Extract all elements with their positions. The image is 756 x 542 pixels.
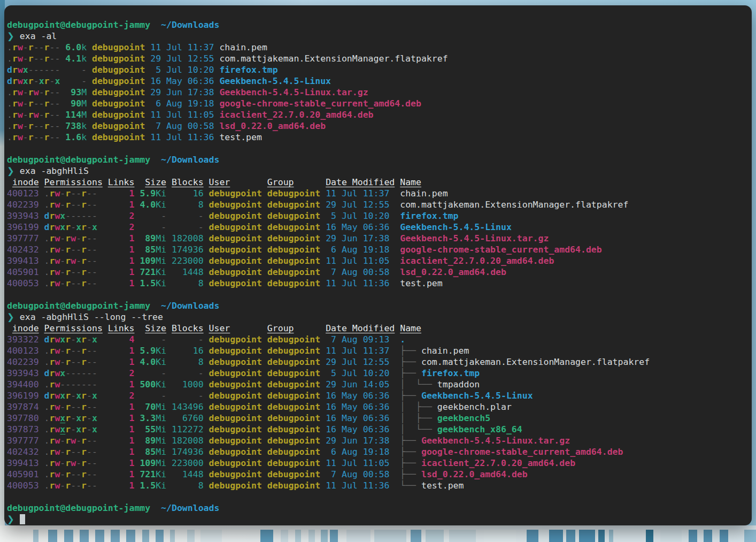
text-segment: r xyxy=(65,458,71,468)
text-segment xyxy=(389,267,400,277)
text-segment xyxy=(134,334,161,345)
text-segment xyxy=(39,200,44,210)
text-segment: │ └── xyxy=(400,379,437,390)
prompt-line: debugpoint@debugpoint-jammy ~/Downloads xyxy=(7,300,747,311)
text-segment: -- xyxy=(50,54,60,64)
text-segment: icaclient_22.7.0.20_amd64.deb xyxy=(400,256,554,266)
text-segment: d xyxy=(7,76,12,86)
text-segment: . xyxy=(7,87,12,97)
text-segment: 6.0 xyxy=(65,42,81,52)
text-segment xyxy=(389,334,400,345)
text-segment xyxy=(97,447,129,457)
text-segment: w xyxy=(55,188,60,199)
file-row: 405901 .rw-r--r-- 1 721Ki 1448 debugpoin… xyxy=(7,266,747,278)
text-segment: Geekbench-5.4.5-Linux.tar.gz xyxy=(400,233,549,243)
text-segment xyxy=(389,391,400,401)
text-segment xyxy=(204,413,209,423)
text-segment: 405901 xyxy=(7,267,39,277)
text-segment: debugpoint xyxy=(209,188,262,199)
text-segment: 7 Aug 00:58 xyxy=(150,121,214,131)
text-segment: r xyxy=(65,413,71,423)
file-row: .rw-r--r-- 1.6k debugpoint 11 Jul 11:36 … xyxy=(7,132,747,143)
text-segment: r xyxy=(65,357,71,367)
text-segment xyxy=(134,480,140,491)
text-segment: Geekbench-5.4.5-Linux xyxy=(400,222,512,232)
text-segment: 1 xyxy=(129,188,135,199)
text-segment: r xyxy=(12,42,18,52)
text-segment: w xyxy=(18,54,23,64)
text-segment xyxy=(204,211,209,221)
text-segment: │ ├── xyxy=(400,402,437,412)
text-segment: - xyxy=(198,334,204,345)
text-segment: debugpoint xyxy=(267,256,320,266)
wallpaper-bar xyxy=(579,530,595,542)
text-segment: 1 xyxy=(129,233,135,243)
text-segment: - xyxy=(76,436,81,446)
text-segment xyxy=(60,87,71,97)
text-segment: w xyxy=(55,480,60,491)
text-segment xyxy=(320,222,326,232)
text-segment: 2 xyxy=(129,222,135,232)
text-segment xyxy=(145,76,150,86)
text-segment: r xyxy=(49,458,55,468)
text-segment: 394400 xyxy=(7,379,39,390)
text-segment: . xyxy=(44,188,50,199)
text-segment: -- xyxy=(87,200,97,210)
file-row: 393943 drwx------ 2 - - debugpoint debug… xyxy=(7,368,747,379)
text-segment: debugpoint xyxy=(267,447,320,457)
command-line: ❯ exa -al xyxy=(7,30,747,42)
text-segment: debugpoint xyxy=(209,379,262,390)
text-segment: x xyxy=(39,76,44,86)
text-segment xyxy=(262,391,267,401)
text-segment: exa -abghHliS --long --tree xyxy=(14,312,163,322)
text-segment: -- xyxy=(71,346,81,356)
text-segment xyxy=(262,211,267,221)
text-segment: x xyxy=(60,368,65,378)
text-segment: 29 Jul 12:55 xyxy=(150,54,214,64)
text-segment: r xyxy=(49,436,55,446)
text-segment: ❯ xyxy=(7,166,14,176)
text-segment xyxy=(97,368,129,378)
text-segment: 8 xyxy=(198,278,204,288)
text-segment: debugpoint xyxy=(209,458,262,468)
text-segment xyxy=(320,469,326,479)
text-segment: debugpoint xyxy=(209,402,262,412)
text-segment: 182008 xyxy=(172,233,204,243)
text-segment xyxy=(166,402,172,412)
text-segment xyxy=(204,346,209,356)
text-segment: debugpoint xyxy=(209,334,262,345)
text-segment: ------ xyxy=(65,368,97,378)
text-segment: . xyxy=(7,42,12,52)
text-segment xyxy=(60,42,65,52)
text-segment: r xyxy=(65,391,71,401)
text-segment: 393322 xyxy=(7,334,39,345)
text-segment xyxy=(262,436,267,446)
wallpaper-bar xyxy=(48,530,57,542)
text-segment: 29 Jun 17:38 xyxy=(326,233,389,243)
text-segment: Ki xyxy=(156,278,166,288)
text-segment xyxy=(134,436,145,446)
text-segment: r xyxy=(81,357,87,367)
text-segment xyxy=(320,334,326,345)
terminal-window[interactable]: debugpoint@debugpoint-jammy ~/Downloads❯… xyxy=(4,5,752,525)
text-segment: M xyxy=(81,98,87,109)
wallpaper-bar xyxy=(142,530,149,542)
text-segment: -- xyxy=(71,200,81,210)
text-segment: x xyxy=(92,424,97,434)
text-segment: Date Modified xyxy=(326,323,395,333)
file-row: .rw-r--r-- 90M debugpoint 6 Aug 19:18 go… xyxy=(7,98,747,109)
text-segment: - xyxy=(87,222,92,232)
terminal-output[interactable]: debugpoint@debugpoint-jammy ~/Downloads❯… xyxy=(4,5,752,525)
command-line: ❯ exa -abghHliS --long --tree xyxy=(7,311,747,323)
text-segment: x xyxy=(76,222,81,232)
text-segment xyxy=(204,469,209,479)
text-segment xyxy=(166,480,198,491)
text-segment: w xyxy=(55,334,60,345)
file-row: 396199 drwxr-xr-x 2 - - debugpoint debug… xyxy=(7,222,747,233)
wallpaper-bar xyxy=(620,530,642,542)
text-segment xyxy=(389,245,400,255)
text-segment: d xyxy=(44,211,50,221)
text-segment: 1 xyxy=(129,379,135,390)
text-segment: 6 Aug 19:18 xyxy=(326,447,389,457)
file-row: 402239 .rw-r--r-- 1 4.0Ki 8 debugpoint d… xyxy=(7,199,747,210)
